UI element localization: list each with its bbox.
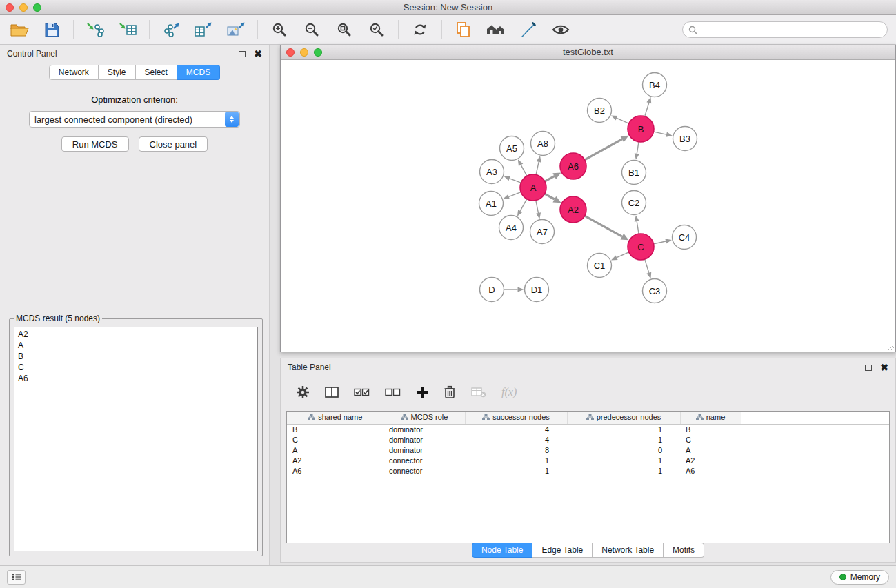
mcds-result-item[interactable]: B	[18, 351, 254, 362]
mcds-result-item[interactable]: A2	[18, 329, 254, 340]
memory-button[interactable]: Memory	[830, 570, 889, 585]
float-table-panel-icon[interactable]	[865, 365, 872, 371]
graph-edge-C-C1[interactable]	[617, 252, 629, 258]
tab-select[interactable]: Select	[136, 65, 177, 80]
column-header-predecessor-nodes[interactable]: predecessor nodes	[567, 412, 680, 424]
graph-edge-C-C3[interactable]	[645, 259, 649, 273]
graph-node-label-B: B	[638, 124, 644, 134]
export-table-button[interactable]	[192, 19, 215, 41]
table-row[interactable]: A6connector11A6	[287, 465, 889, 476]
delete-table-button[interactable]	[471, 386, 486, 398]
graph-edge-A-A1[interactable]	[509, 192, 521, 197]
graph-edge-B-B2[interactable]	[617, 118, 629, 123]
apply-style-button[interactable]	[517, 19, 539, 41]
minimize-window-icon[interactable]	[19, 3, 28, 12]
export-network-button[interactable]	[160, 19, 182, 41]
graph-edge-B-B1[interactable]	[637, 142, 639, 154]
table-tab-node-table[interactable]: Node Table	[472, 543, 533, 558]
node-table-container[interactable]: shared nameMCDS rolesuccessor nodesprede…	[286, 411, 890, 543]
show-panels-button[interactable]	[7, 570, 26, 585]
function-builder-button[interactable]: f(x)	[501, 386, 517, 398]
fit-content-button[interactable]	[333, 19, 355, 41]
graph-edge-A-A4[interactable]	[520, 199, 527, 211]
float-panel-icon[interactable]	[239, 51, 246, 57]
graph-edge-A-A7[interactable]	[536, 201, 539, 213]
export-image-button[interactable]	[225, 19, 247, 41]
column-header-name[interactable]: name	[680, 412, 741, 424]
table-row[interactable]: Bdominator41B	[287, 424, 889, 434]
network-canvas[interactable]: B4B2BB3A5A8A6A3B1AA1C2A2A4A7C4CC1C3DD1	[281, 61, 895, 352]
mcds-result-list[interactable]: A2ABCA6	[14, 327, 258, 551]
table-tab-edge-table[interactable]: Edge Table	[532, 543, 593, 558]
graph-edge-arrow	[536, 212, 541, 219]
search-icon	[688, 26, 697, 34]
graph-edge-A-A6[interactable]	[545, 176, 555, 181]
tab-mcds[interactable]: MCDS	[177, 65, 220, 80]
zoom-window-icon[interactable]	[33, 3, 41, 12]
refresh-view-button[interactable]	[409, 19, 431, 41]
graph-edge-A-A3[interactable]	[510, 179, 521, 183]
table-row[interactable]: Adominator80A	[287, 445, 889, 455]
zoom-in-button[interactable]	[268, 19, 290, 41]
graph-edge-A6-B[interactable]	[585, 139, 622, 160]
column-sort-icon	[586, 414, 594, 422]
resize-handle[interactable]	[886, 343, 895, 351]
column-header-MCDS-role[interactable]: MCDS role	[384, 412, 465, 424]
table-row[interactable]: Cdominator41C	[287, 434, 889, 445]
mcds-result-item[interactable]: A	[18, 340, 254, 351]
home-views-button[interactable]	[485, 19, 507, 41]
column-header-successor-nodes[interactable]: successor nodes	[465, 412, 567, 424]
deselect-all-button[interactable]	[385, 386, 401, 398]
tab-network[interactable]: Network	[49, 65, 99, 80]
column-header-shared-name[interactable]: shared name	[287, 412, 384, 424]
add-entry-button[interactable]	[416, 386, 428, 398]
control-panel-tabs: NetworkStyleSelectMCDS	[0, 65, 269, 80]
close-table-panel-icon[interactable]: ✖	[880, 364, 888, 371]
show-hide-button[interactable]	[550, 19, 572, 41]
network-view-window: testGlobe.txt B4B2BB3A5A8A6A3B1AA1C2A2A4…	[280, 45, 896, 352]
table-tab-network-table[interactable]: Network Table	[593, 543, 664, 558]
split-columns-button[interactable]	[325, 386, 339, 398]
delete-table-icon	[471, 386, 486, 398]
criterion-dropdown[interactable]: largest connected component (directed)	[29, 111, 240, 128]
graph-node-label-B3: B3	[679, 134, 690, 144]
close-network-window-icon[interactable]	[286, 48, 295, 57]
zoom-out-button[interactable]	[301, 19, 323, 41]
criterion-dropdown-value: largest connected component (directed)	[30, 114, 225, 125]
close-panel-icon[interactable]: ✖	[254, 50, 262, 57]
save-session-button[interactable]	[41, 19, 63, 41]
graph-edge-C-C2[interactable]	[637, 221, 639, 234]
mcds-result-item[interactable]: A6	[18, 373, 254, 384]
select-all-button[interactable]	[354, 386, 370, 398]
import-network-button[interactable]	[84, 19, 106, 41]
search-box[interactable]	[682, 21, 888, 38]
delete-entries-button[interactable]	[444, 385, 456, 399]
save-icon	[44, 22, 60, 38]
close-window-icon[interactable]	[6, 3, 14, 12]
list-icon	[12, 573, 21, 581]
table-settings-button[interactable]	[296, 385, 310, 399]
table-row[interactable]: A2connector11A2	[287, 455, 889, 465]
mcds-result-item[interactable]: C	[18, 362, 254, 373]
fit-selected-button[interactable]	[366, 19, 388, 41]
graph-edge-B-B4[interactable]	[645, 103, 649, 116]
memory-label: Memory	[850, 572, 880, 582]
close-panel-button[interactable]: Close panel	[139, 136, 208, 152]
node-table-body: Bdominator41BCdominator41CAdominator80AA…	[287, 424, 889, 476]
table-tab-motifs[interactable]: Motifs	[664, 543, 704, 558]
graph-edge-A-A2[interactable]	[545, 194, 555, 199]
minimize-network-window-icon[interactable]	[300, 48, 308, 57]
search-input[interactable]	[701, 25, 882, 35]
open-session-button[interactable]	[8, 19, 30, 41]
graph-edge-A-A8[interactable]	[536, 162, 539, 175]
graph-edge-A-A5[interactable]	[521, 165, 527, 176]
run-mcds-button[interactable]: Run MCDS	[61, 136, 129, 152]
column-label: predecessor nodes	[597, 413, 661, 421]
import-table-button[interactable]	[117, 19, 139, 41]
copy-documents-button[interactable]	[452, 19, 475, 41]
graph-edge-C-C4[interactable]	[654, 241, 666, 244]
graph-edge-A2-C[interactable]	[585, 216, 622, 236]
zoom-network-window-icon[interactable]	[314, 48, 322, 57]
graph-edge-B-B3[interactable]	[654, 132, 667, 134]
tab-style[interactable]: Style	[99, 65, 136, 80]
